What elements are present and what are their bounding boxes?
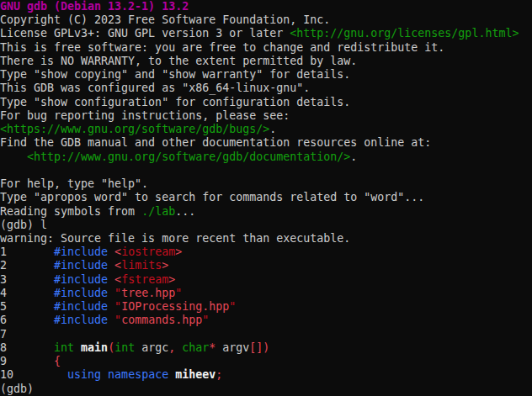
terminal-text-span: " [114,314,121,326]
terminal-text-span: > [162,259,168,272]
terminal-line: This is free software: you are free to c… [0,41,532,55]
terminal-text-span: namespace [108,368,168,381]
terminal-text-span: #include [54,287,108,299]
terminal-text-span [168,368,175,381]
terminal-text-span: " [229,300,236,313]
terminal-text-span: IOProcessing.hpp [121,300,229,313]
terminal-line: <http://www.gnu.org/software/gdb/documen… [0,150,532,164]
terminal-text-span: There is NO WARRANTY, to the extent perm… [0,55,357,67]
terminal-text-span: < [114,259,121,272]
terminal-line: 5 #include "IOProcessing.hpp" [0,300,532,314]
terminal-text-span [74,341,81,354]
terminal-text-span: commands.hpp [121,314,202,326]
terminal-text-span: . [350,150,357,163]
terminal-text-span: #include [54,246,108,258]
terminal-line: Type "show configuration" for configurat… [0,96,532,109]
terminal-line: Reading symbols from ./lab... [0,205,532,219]
terminal-text-span: " [175,287,182,299]
terminal-line: <https://www.gnu.org/software/gdb/bugs/>… [0,123,532,136]
terminal-text-span: . [269,123,276,135]
terminal-window[interactable]: GNU gdb (Debian 13.2-1) 13.2Copyright (C… [0,0,532,396]
terminal-line: 8 int main(int argc, char* argv[]) [0,341,532,355]
terminal-text-span: <https://www.gnu.org/software/gdb/bugs/> [0,123,269,135]
terminal-text-span [108,259,114,272]
terminal-line: 10 using namespace miheev; [0,368,532,382]
terminal-text-span: 4 [0,287,54,299]
terminal-text-span: 2 [0,259,54,272]
terminal-text-span: #include [54,259,108,272]
terminal-text-span [108,273,114,286]
terminal-line: 2 #include <limits> [0,259,532,272]
terminal-text-span: This is free software: you are free to c… [0,41,444,54]
terminal-line: (gdb) [0,383,532,396]
terminal-text-span: { [54,355,61,367]
terminal-text-span [108,314,114,326]
terminal-text-span: Copyright (C) 2023 Free Software Foundat… [0,13,330,26]
terminal-text-span: " [114,287,121,299]
terminal-text-span: 8 [0,341,54,354]
terminal-line: For bug reporting instructions, please s… [0,109,532,123]
terminal-text-span: (gdb) l [0,219,47,231]
terminal-text-span: Type "apropos word" to search for comman… [0,191,424,203]
terminal-line [0,164,532,177]
terminal-text-span [0,150,27,163]
terminal-text-span: tree.hpp [121,287,175,299]
terminal-text-span [101,368,108,381]
terminal-text-span: Type "show configuration" for configurat… [0,96,350,108]
terminal-text-span: For help, type "help". [0,177,148,190]
terminal-text-span: This GDB was configured as "x86_64-linux… [0,82,310,94]
terminal-text-span [108,246,114,258]
terminal-text-span: For bug reporting instructions, please s… [0,109,290,122]
terminal-text-span: #include [54,314,108,326]
terminal-line: License GPLv3+: GNU GPL version 3 or lat… [0,27,532,40]
terminal-text-span: 6 [0,314,54,326]
terminal-line: 9 { [0,355,532,368]
terminal-text-span: #include [54,300,108,313]
terminal-text-span: int [54,341,74,354]
terminal-text-span: Type "show copying" and "show warranty" … [0,68,350,81]
terminal-text-span: warning: Source file is more recent than… [0,232,350,245]
terminal-line: Type "show copying" and "show warranty" … [0,68,532,82]
terminal-text-span: ; [215,368,222,381]
terminal-output: GNU gdb (Debian 13.2-1) 13.2Copyright (C… [0,0,532,396]
terminal-text-span: limits [121,259,162,272]
terminal-line: 4 #include "tree.hpp" [0,287,532,300]
terminal-text-span: ( [108,341,114,354]
terminal-text-span: char [182,341,209,354]
terminal-text-span: #include [54,273,108,286]
terminal-text-span: argc [135,341,168,354]
terminal-line: (gdb) l [0,219,532,232]
terminal-text-span: GNU gdb (Debian 13.2-1) 13.2 [0,0,189,13]
terminal-text-span [108,287,114,299]
terminal-text-span: " [202,314,209,326]
terminal-text-span: > [175,246,182,258]
terminal-line: 6 #include "commands.hpp" [0,314,532,327]
terminal-text-span: 7 [0,328,7,341]
terminal-line: 7 [0,328,532,341]
terminal-text-span: fstream [121,273,168,286]
terminal-text-span: <http://www.gnu.org/software/gdb/documen… [27,150,350,163]
terminal-text-span: > [168,273,175,286]
terminal-text-span: []) [249,341,269,354]
terminal-line: There is NO WARRANTY, to the extent perm… [0,55,532,68]
terminal-line: This GDB was configured as "x86_64-linux… [0,82,532,95]
terminal-line: 3 #include <fstream> [0,273,532,287]
terminal-text-span: <http://gnu.org/licenses/gpl.html> [290,27,519,40]
terminal-text-span: ... [175,205,195,218]
terminal-text-span: int [114,341,135,354]
terminal-text-span: using [67,368,101,381]
terminal-text-span: Reading symbols from [0,205,141,218]
terminal-text-span: < [114,246,121,258]
terminal-text-span: 3 [0,273,54,286]
terminal-line: Find the GDB manual and other documentat… [0,136,532,150]
terminal-text-span: " [114,300,121,313]
terminal-text-span: < [114,273,121,286]
terminal-text-span: 5 [0,300,54,313]
terminal-text-span: (gdb) [0,383,40,395]
terminal-line: Copyright (C) 2023 Free Software Foundat… [0,13,532,27]
terminal-text-span: miheev [175,368,215,381]
terminal-line: warning: Source file is more recent than… [0,232,532,246]
terminal-text-span [108,300,114,313]
terminal-text-span: argv [215,341,249,354]
terminal-text-span: iostream [121,246,175,258]
